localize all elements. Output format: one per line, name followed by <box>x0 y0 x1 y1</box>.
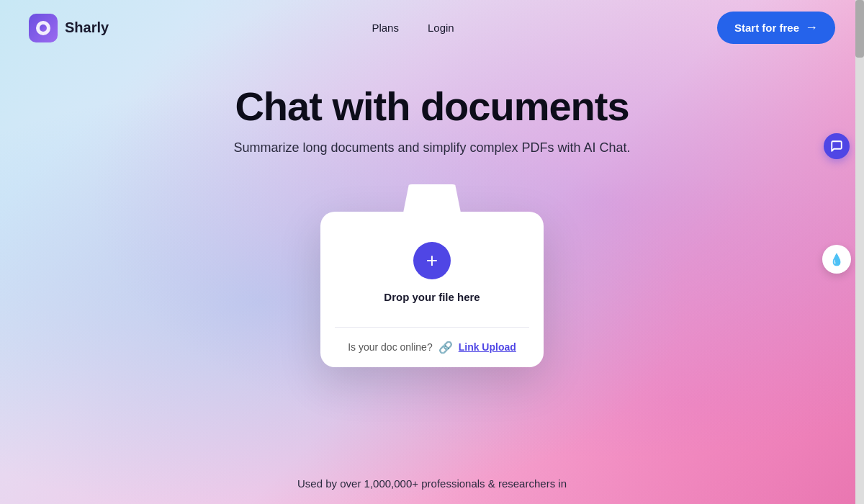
start-for-free-button[interactable]: Start for free → <box>717 12 835 44</box>
upload-tab <box>403 184 461 213</box>
upload-card[interactable]: + Drop your file here Is your doc online… <box>320 212 544 367</box>
link-icon: 🔗 <box>438 341 453 354</box>
page: Sharly Plans Login Start for free → Chat… <box>0 0 864 504</box>
start-for-free-label: Start for free <box>734 22 799 34</box>
arrow-icon: → <box>805 20 818 35</box>
hero-subtitle: Summarize long documents and simplify co… <box>233 140 630 156</box>
nav-login[interactable]: Login <box>428 22 454 34</box>
hero-section: Chat with documents Summarize long docum… <box>0 55 864 504</box>
link-upload-button[interactable]: Link Upload <box>459 341 516 353</box>
social-proof-text: Used by over 1,000,000+ professionals & … <box>297 477 567 490</box>
nav-plans[interactable]: Plans <box>372 22 399 34</box>
link-upload-section: Is your doc online? 🔗 Link Upload <box>320 328 544 367</box>
scrollbar-thumb[interactable] <box>855 0 864 58</box>
nav-center: Plans Login <box>372 22 454 34</box>
logo: Sharly <box>29 14 109 42</box>
plus-icon: + <box>413 242 451 279</box>
logo-icon <box>29 14 58 42</box>
navbar: Sharly Plans Login Start for free → <box>0 0 864 55</box>
file-drop-zone[interactable]: + Drop your file here <box>320 212 544 327</box>
scrollbar[interactable] <box>855 0 864 504</box>
online-doc-text: Is your doc online? <box>348 341 433 353</box>
nav-right: Start for free → <box>717 12 835 44</box>
drop-label: Drop your file here <box>384 291 480 303</box>
upload-wrapper: + Drop your file here Is your doc online… <box>320 184 544 367</box>
hero-title: Chat with documents <box>235 84 629 129</box>
brand-name: Sharly <box>65 19 109 36</box>
